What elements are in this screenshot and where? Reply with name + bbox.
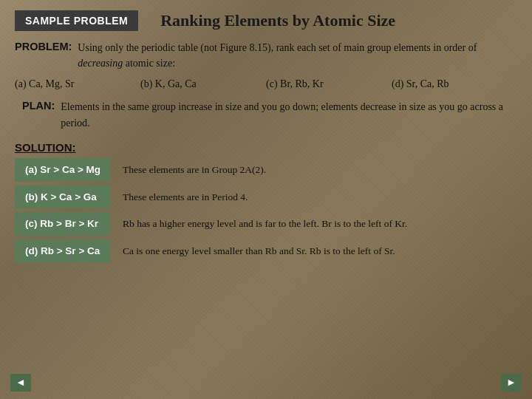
solution-value-b: These elements are in Period 4.	[111, 190, 248, 205]
solution-label: SOLUTION:	[15, 141, 517, 154]
plan-text: Elements in the same group increase in s…	[61, 99, 517, 131]
solution-key-d: (d) Rb > Sr > Ca	[15, 239, 111, 263]
sample-problem-badge: SAMPLE PROBLEM	[15, 10, 138, 31]
problem-text: Using only the periodic table (not Figur…	[78, 40, 517, 71]
solution-value-c: Rb has a higher energy level and is far …	[111, 216, 407, 231]
solution-value-a: These elements are in Group 2A(2).	[111, 163, 266, 177]
solution-key-a: (a) Sr > Ca > Mg	[15, 158, 111, 182]
problem-text-italic: decreasing	[78, 58, 123, 69]
option-d: (d) Sr, Ca, Rb	[392, 78, 517, 90]
header: SAMPLE PROBLEM Ranking Elements by Atomi…	[15, 10, 517, 31]
main-title: Ranking Elements by Atomic Size	[160, 11, 395, 30]
option-a: (a) Ca, Mg, Sr	[15, 78, 140, 90]
problem-text-part2: atomic size:	[123, 58, 175, 69]
option-b: (b) K, Ga, Ca	[140, 78, 266, 90]
problem-text-part1: Using only the periodic table (not Figur…	[78, 42, 477, 53]
left-arrow-icon: ◄	[16, 378, 26, 388]
nav-left-button[interactable]: ◄	[10, 374, 31, 392]
problem-label: PROBLEM:	[15, 41, 72, 52]
option-c: (c) Br, Rb, Kr	[266, 78, 392, 90]
solution-key-b: (b) K > Ca > Ga	[15, 185, 111, 209]
right-arrow-icon: ►	[506, 378, 516, 388]
solution-row-d: (d) Rb > Sr > Ca Ca is one energy level …	[15, 239, 517, 263]
solution-row-c: (c) Rb > Br > Kr Rb has a higher energy …	[15, 212, 517, 236]
plan-label: PLAN:	[22, 100, 55, 112]
solution-row-a: (a) Sr > Ca > Mg These elements are in G…	[15, 158, 517, 182]
plan-section: PLAN: Elements in the same group increas…	[22, 99, 517, 131]
options-row: (a) Ca, Mg, Sr (b) K, Ga, Ca (c) Br, Rb,…	[15, 78, 517, 90]
solution-section: SOLUTION: (a) Sr > Ca > Mg These element…	[15, 141, 517, 262]
page: SAMPLE PROBLEM Ranking Elements by Atomi…	[0, 0, 532, 399]
nav-right-button[interactable]: ►	[501, 374, 522, 392]
solution-value-d: Ca is one energy level smaller than Rb a…	[111, 244, 395, 259]
solution-row-b: (b) K > Ca > Ga These elements are in Pe…	[15, 185, 517, 209]
problem-section: PROBLEM: Using only the periodic table (…	[15, 40, 517, 71]
solution-grid: (a) Sr > Ca > Mg These elements are in G…	[15, 158, 517, 262]
solution-key-c: (c) Rb > Br > Kr	[15, 212, 111, 236]
